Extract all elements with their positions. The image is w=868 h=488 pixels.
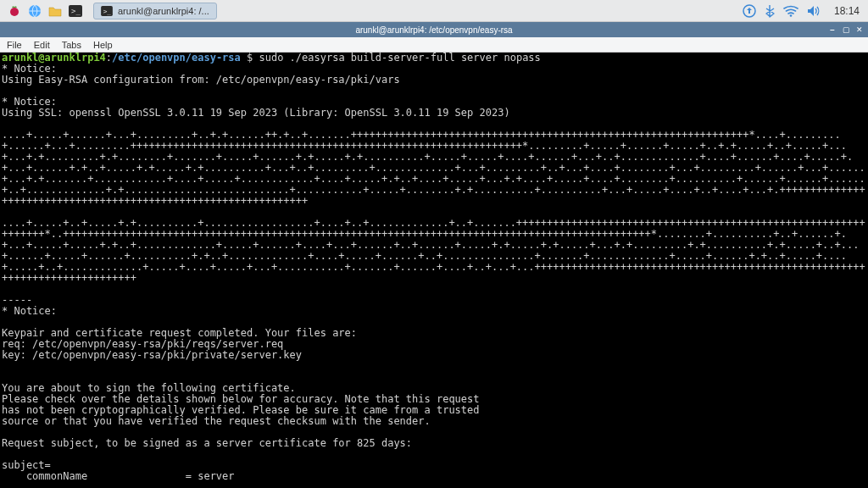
window-minimize-button[interactable]: ‒: [827, 25, 837, 35]
raspberry-menu-icon[interactable]: [5, 3, 24, 19]
svg-text:>_: >_: [103, 7, 112, 14]
prompt-colon: :: [106, 53, 112, 64]
output-line: commonName = server: [2, 470, 235, 482]
svg-point-0: [10, 8, 19, 16]
output-line: Please check over the details shown belo…: [2, 393, 480, 405]
prompt-command: sudo ./easyrsa build-server-full server …: [259, 53, 540, 64]
terminal-menubar: File Edit Tabs Help: [0, 37, 868, 53]
prompt-path: /etc/openvpn/easy-rsa: [112, 53, 241, 64]
volume-icon[interactable]: [807, 5, 821, 17]
keygen-progress: ....+.....+......+...+.........+..+.+...…: [2, 130, 866, 207]
web-browser-icon[interactable]: [25, 3, 44, 19]
desktop-panel: >_ >_ arunkl@arunklrpi4: /... 18:14: [0, 0, 868, 22]
output-line: subject=: [2, 459, 51, 471]
output-line: Using Easy-RSA configuration from: /etc/…: [2, 74, 400, 86]
file-manager-icon[interactable]: [46, 3, 64, 19]
launcher-group: >_: [5, 3, 85, 19]
window-title: arunkl@arunklrpi4: /etc/openvpn/easy-rsa: [0, 25, 868, 35]
menu-edit[interactable]: Edit: [34, 40, 50, 50]
window-maximize-button[interactable]: ▢: [841, 25, 851, 35]
output-line: * Notice:: [2, 63, 57, 75]
svg-text:>_: >_: [71, 7, 81, 15]
prompt-dollar: $: [241, 53, 259, 64]
window-titlebar[interactable]: arunkl@arunklrpi4: /etc/openvpn/easy-rsa…: [0, 22, 868, 37]
output-line: * Notice:: [2, 96, 57, 108]
update-manager-icon[interactable]: [743, 4, 756, 18]
terminal-task-icon: >_: [101, 5, 113, 17]
taskbar-active-window-label: arunkl@arunklrpi4: /...: [118, 6, 209, 16]
output-line: You are about to sign the following cert…: [2, 382, 296, 394]
output-line: Using SSL: openssl OpenSSL 3.0.11 19 Sep…: [2, 107, 510, 119]
output-line: Request subject, to be signed as a serve…: [2, 437, 412, 449]
window-buttons: ‒ ▢ ✕: [827, 25, 865, 35]
output-line: source or that you have verified the req…: [2, 415, 431, 427]
menu-file[interactable]: File: [7, 40, 22, 50]
wifi-icon[interactable]: [783, 5, 798, 17]
taskbar-active-window[interactable]: >_ arunkl@arunklrpi4: /...: [93, 3, 217, 19]
keygen-progress: ....+.....+..+.....+.+..........+.......…: [2, 218, 866, 284]
system-tray: 18:14: [743, 4, 860, 18]
output-line: -----: [2, 294, 32, 306]
terminal-launcher-icon[interactable]: >_: [66, 3, 85, 19]
clock[interactable]: 18:14: [834, 5, 860, 17]
bluetooth-icon[interactable]: [765, 4, 775, 18]
output-line: key: /etc/openvpn/easy-rsa/pki/private/s…: [2, 349, 302, 361]
terminal-viewport[interactable]: arunkl@arunklrpi4:/etc/openvpn/easy-rsa …: [0, 53, 868, 488]
menu-tabs[interactable]: Tabs: [62, 40, 81, 50]
window-close-button[interactable]: ✕: [854, 25, 865, 35]
output-line: Keypair and certificate request complete…: [2, 327, 357, 339]
output-line: req: /etc/openvpn/easy-rsa/pki/reqs/serv…: [2, 338, 283, 350]
output-line: * Notice:: [2, 305, 57, 317]
svg-point-7: [790, 14, 793, 17]
output-line: has not been cryptographically verified.…: [2, 404, 480, 416]
menu-help[interactable]: Help: [93, 40, 113, 50]
